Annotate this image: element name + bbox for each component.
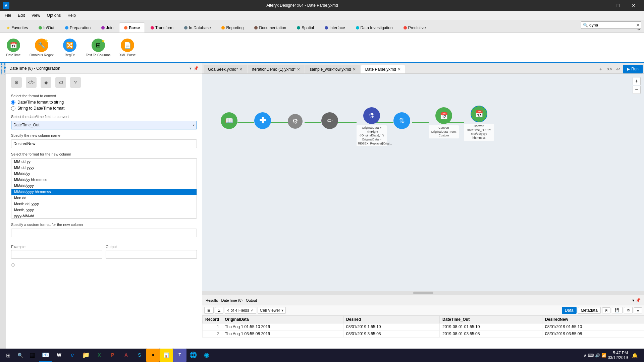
node-pencil[interactable]: ✏ bbox=[321, 112, 338, 129]
minimize-button[interactable]: — bbox=[595, 0, 610, 11]
taskbar-search[interactable]: 🔍 bbox=[15, 350, 25, 361]
tab-interface[interactable]: Interface bbox=[320, 22, 350, 33]
tab-date-parse-close[interactable]: ✕ bbox=[397, 67, 401, 72]
format-item-6[interactable]: Mon dd bbox=[11, 195, 197, 201]
taskbar-notification[interactable]: 🔔 bbox=[629, 350, 640, 361]
add-tab-button[interactable]: + bbox=[597, 65, 605, 73]
example-input[interactable] bbox=[11, 250, 102, 259]
taskbar-powerpoint[interactable]: P bbox=[106, 349, 119, 362]
tab-goalseek[interactable]: GoalSeek.yxmd* ✕ bbox=[204, 65, 247, 73]
config-dropdown-icon[interactable]: ▾ bbox=[190, 66, 192, 71]
radio-string-to-datetime[interactable]: String to Date/Time format bbox=[11, 106, 197, 111]
canvas-area[interactable]: 📖 ✚ ⚙ ✏ ⚗ OriginalData = TrimRight ([Ori… bbox=[202, 74, 644, 295]
node-datetime-output[interactable]: 📅 Convert DateTime_Out To: MM/dd/yyyy hh… bbox=[464, 106, 494, 141]
data-tab-button[interactable]: Data bbox=[562, 307, 576, 314]
config-tag-icon[interactable]: 🏷 bbox=[55, 77, 66, 88]
canvas-hscroll[interactable] bbox=[202, 291, 644, 295]
tab-datainvestigation[interactable]: Data Investigation bbox=[351, 22, 398, 33]
taskbar-ie[interactable]: S bbox=[133, 349, 146, 362]
tab-reporting[interactable]: Reporting bbox=[216, 22, 249, 33]
node-formula[interactable]: ⚗ OriginalData = TrimRight ([OriginalDat… bbox=[357, 107, 387, 146]
menu-view[interactable]: View bbox=[28, 12, 44, 19]
menu-file[interactable]: File bbox=[1, 12, 14, 19]
taskbar-yellow-app[interactable]: 📊 bbox=[160, 349, 173, 362]
taskbar-teams[interactable]: T bbox=[173, 349, 186, 362]
format-item-8[interactable]: Month, yyyy bbox=[11, 207, 197, 213]
tab-inout[interactable]: In/Out bbox=[34, 22, 59, 33]
filter-btn[interactable]: ⧉ bbox=[624, 307, 633, 313]
tab-preparation[interactable]: Preparation bbox=[60, 22, 96, 33]
format-item-1[interactable]: MM-dd-yyyy bbox=[11, 165, 197, 171]
col-desired[interactable]: Desired bbox=[343, 316, 440, 323]
zoom-out-button[interactable]: − bbox=[633, 86, 641, 94]
tab-spatial[interactable]: Spatial bbox=[292, 22, 319, 33]
format-item-4[interactable]: MM/dd/yyyy bbox=[11, 183, 197, 189]
tool-regex[interactable]: 🔀 RegEx bbox=[60, 37, 80, 58]
results-sigma-btn[interactable]: Σ bbox=[215, 307, 223, 314]
node-input[interactable]: 📖 bbox=[221, 112, 237, 129]
config-diamond-icon[interactable]: ◆ bbox=[41, 77, 51, 88]
taskbar-up-arrow[interactable]: ∧ bbox=[584, 353, 587, 358]
close-button[interactable]: ✕ bbox=[626, 0, 641, 11]
col-desirednew[interactable]: DesiredNew bbox=[542, 316, 644, 323]
search-clear-button[interactable]: ✕ bbox=[636, 22, 640, 28]
tab-join[interactable]: Join bbox=[96, 22, 118, 33]
output-input[interactable] bbox=[106, 250, 197, 259]
tab-iterationdemo[interactable]: IterationDemo (1).yxmd* ✕ bbox=[248, 65, 305, 73]
tab-predictive[interactable]: Predictive bbox=[398, 22, 431, 33]
zoom-in-button[interactable]: + bbox=[633, 77, 641, 85]
taskbar-explorer[interactable]: 📁 bbox=[79, 349, 93, 362]
config-gear-icon[interactable]: ⚙ bbox=[11, 77, 22, 88]
sidebar-designer-icon[interactable]: Interface Designer bbox=[1, 66, 5, 71]
newcol-input[interactable] bbox=[11, 139, 197, 148]
tool-datetime[interactable]: 📅 DateTime bbox=[3, 37, 23, 58]
col-datetime-out[interactable]: DateTime_Out bbox=[440, 316, 542, 323]
start-button[interactable]: ⊞ bbox=[1, 349, 15, 362]
menu-options[interactable]: Options bbox=[44, 12, 64, 19]
taskbar-task-view[interactable]: ▦ bbox=[25, 349, 39, 362]
copy-btn[interactable]: ⎘ bbox=[602, 307, 610, 313]
results-dropdown-icon[interactable]: ▾ bbox=[632, 298, 634, 303]
save-btn[interactable]: 💾 bbox=[612, 307, 623, 313]
taskbar-edge[interactable]: e bbox=[66, 349, 79, 362]
col-record[interactable]: Record bbox=[203, 316, 222, 323]
metadata-tab-button[interactable]: Metadata bbox=[578, 307, 601, 314]
format-item-5[interactable]: MM/dd/yyyy hh:mm:ss bbox=[11, 189, 197, 195]
tab-iterationdemo-close[interactable]: ✕ bbox=[297, 67, 300, 72]
tool-omnibus-regex[interactable]: 🔧 ★ Omnibus Regex bbox=[27, 37, 56, 58]
tab-goalseek-close[interactable]: ✕ bbox=[239, 67, 243, 72]
config-pin-icon[interactable]: 📌 bbox=[194, 66, 199, 71]
col-originaldata[interactable]: OriginalData bbox=[222, 316, 343, 323]
results-pin-icon[interactable]: 📌 bbox=[636, 298, 641, 303]
taskbar-network-icon[interactable]: 📶 bbox=[601, 353, 606, 358]
format-item-0[interactable]: MM-dd-yy bbox=[11, 159, 197, 165]
format-item-3[interactable]: MM/dd/yy hh:mm:ss bbox=[11, 177, 197, 183]
taskbar-speaker-icon[interactable]: 🔊 bbox=[595, 353, 600, 358]
taskbar-access[interactable]: A bbox=[119, 349, 133, 362]
results-grid-btn[interactable]: ⊞ bbox=[204, 307, 214, 314]
search-input[interactable] bbox=[581, 21, 641, 29]
more-btn[interactable]: ≡ bbox=[634, 307, 642, 313]
node-gear[interactable]: ⚙ bbox=[288, 114, 303, 129]
taskbar-excel[interactable]: X bbox=[93, 349, 106, 362]
run-button[interactable]: ▶ Run bbox=[623, 65, 643, 73]
tool-text-to-columns[interactable]: ⊞ ★ Text To Columns bbox=[83, 37, 113, 58]
tool-xml-parse[interactable]: 📄 XML Parse bbox=[116, 37, 138, 58]
field-dropdown[interactable]: DateTime_Out ▾ bbox=[11, 121, 197, 129]
tab-transform[interactable]: Transform bbox=[146, 22, 178, 33]
taskbar-word[interactable]: W bbox=[52, 349, 66, 362]
format-item-7[interactable]: Month dd, yyyy bbox=[11, 201, 197, 207]
tab-parse[interactable]: Parse bbox=[119, 22, 145, 33]
tab-documentation[interactable]: Documentation bbox=[249, 22, 291, 33]
format-item-2[interactable]: MM/dd/yy bbox=[11, 171, 197, 177]
node-sort[interactable]: ⇅ bbox=[393, 112, 410, 129]
radio-datetime-to-string[interactable]: Date/Time format to string bbox=[11, 100, 197, 105]
maximize-button[interactable]: □ bbox=[610, 0, 626, 11]
tab-date-parse[interactable]: Date Parse.yxmd ✕ bbox=[361, 65, 405, 73]
format-item-9[interactable]: yyyy-MM-dd bbox=[11, 213, 197, 219]
tab-overflow-button[interactable]: >> bbox=[605, 65, 613, 73]
tab-sample-close[interactable]: ✕ bbox=[353, 67, 356, 72]
tab-indatabase[interactable]: In-Database bbox=[179, 22, 216, 33]
node-datetime-convert[interactable]: 📅 Convert OriginalData From: Custom bbox=[429, 107, 459, 138]
tab-history-button[interactable]: ↩ bbox=[614, 65, 622, 73]
